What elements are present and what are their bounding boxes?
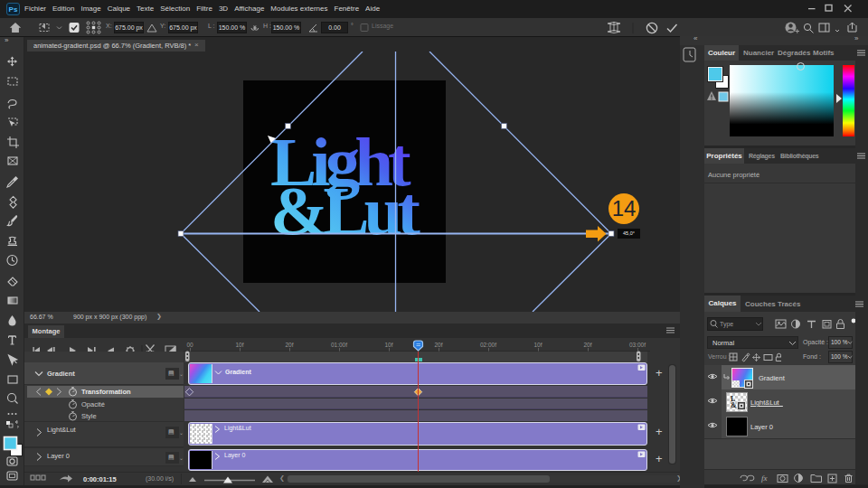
svg-text:fx: fx: [761, 474, 768, 483]
